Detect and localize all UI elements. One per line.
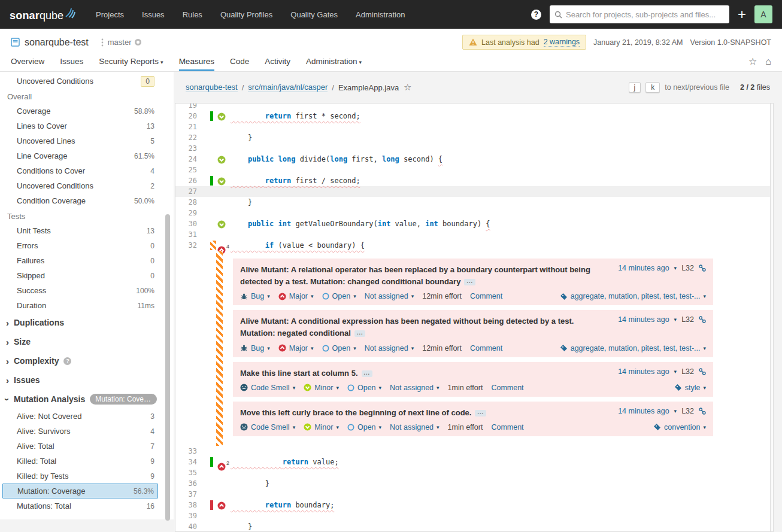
sidebar-item-condition-coverage[interactable]: Condition Coverage50.0% [0,193,174,208]
line-number[interactable]: 39 [175,510,203,521]
issue-comment-link[interactable]: Comment [491,384,523,392]
issue-type-dropdown[interactable]: Bug▾ [240,344,270,352]
mutation-killed-icon[interactable] [217,156,226,164]
issue-severity-dropdown[interactable]: Major▾ [278,292,314,300]
issue-status-dropdown[interactable]: Open▾ [322,292,356,300]
sidebar-item-killed-total[interactable]: Killed: Total9 [0,454,174,469]
navbar-item-quality-profiles[interactable]: Quality Profiles [220,10,272,19]
navbar-item-quality-gates[interactable]: Quality Gates [290,10,338,19]
issue-comment-link[interactable]: Comment [470,344,502,352]
issue-status-dropdown[interactable]: Open▾ [347,423,381,431]
issue-age-dropdown[interactable]: 14 minutes ago [618,367,669,376]
permalink-icon[interactable] [699,408,706,415]
home-icon[interactable]: ⌂ [765,57,771,66]
line-number[interactable]: 25 [175,165,203,175]
issue-comment-link[interactable]: Comment [491,423,523,431]
tab-overview[interactable]: Overview [11,57,44,71]
breadcrumb-link[interactable]: src/main/java/nl/casper [248,83,328,92]
issue-type-dropdown[interactable]: Code Smell▾ [240,384,295,392]
tab-code[interactable]: Code [230,57,249,71]
sidebar-item-uncovered-lines[interactable]: Uncovered Lines5 [0,133,174,148]
issue-type-dropdown[interactable]: Bug▾ [240,292,270,300]
issue-assignee-dropdown[interactable]: Not assigned▾ [365,344,414,352]
line-number[interactable]: 28 [175,197,203,208]
mutation-killed-icon[interactable] [217,220,226,229]
mutation-killed-icon[interactable] [217,177,226,186]
tab-administration[interactable]: Administration▾ [306,57,362,71]
sonarqube-logo[interactable]: sonarqube [10,7,78,22]
sidebar-item-mutations-total[interactable]: Mutations: Total16 [0,498,174,513]
sidebar-item-unit-tests[interactable]: Unit Tests13 [0,223,174,238]
line-number[interactable]: 31 [175,229,203,240]
line-number[interactable]: 40 [175,521,203,532]
issue-assignee-dropdown[interactable]: Not assigned▾ [365,292,414,300]
line-number[interactable]: 23 [175,143,203,154]
line-number[interactable]: 19 [175,103,203,111]
sidebar-item-failures[interactable]: Failures0 [0,253,174,268]
tab-activity[interactable]: Activity [265,57,290,71]
navbar-item-projects[interactable]: Projects [96,10,124,19]
mutation-killed-icon[interactable] [217,113,226,121]
sidebar-item-errors[interactable]: Errors0 [0,238,174,253]
sidebar-item-mutation-coverage[interactable]: Mutation: Coverage56.3% [2,484,158,498]
navbar-item-rules[interactable]: Rules [183,10,202,19]
permalink-icon[interactable] [699,316,706,323]
sidebar-item-uncovered-conditions-top[interactable]: Uncovered Conditions 0 [0,74,174,89]
issue-comment-link[interactable]: Comment [470,292,502,300]
line-number[interactable]: 38 [175,500,203,510]
favorite-file-star-icon[interactable]: ☆ [404,82,411,93]
permalink-icon[interactable] [699,265,706,272]
line-number[interactable]: 30 [175,218,203,229]
sidebar-item-alive-not-covered[interactable]: Alive: Not Covered3 [0,409,174,424]
sidebar-item-conditions-to-cover[interactable]: Conditions to Cover4 [0,163,174,178]
line-number[interactable]: 37 [175,489,203,500]
issue-age-dropdown[interactable]: 14 minutes ago [618,315,669,324]
sidebar-item-killed-by-tests[interactable]: Killed: by Tests9 [0,469,174,484]
sidebar-item-line-coverage[interactable]: Line Coverage61.5% [0,148,174,163]
search-input[interactable] [566,10,725,19]
line-number[interactable]: 21 [175,121,203,132]
favorite-star-icon[interactable]: ☆ [748,57,757,66]
sidebar-item-alive-total[interactable]: Alive: Total7 [0,439,174,454]
issue-ellipsis-button[interactable]: ... [464,279,475,285]
sidebar-item-duration[interactable]: Duration11ms [0,298,174,313]
line-number[interactable]: 29 [175,208,203,218]
sidebar-item-alive-survivors[interactable]: Alive: Survivors4 [0,424,174,439]
navbar-item-administration[interactable]: Administration [356,10,405,19]
line-number[interactable]: 26 [175,175,203,186]
mutation-alive-icon[interactable] [217,501,226,510]
help-icon[interactable]: ? [531,10,541,20]
issue-severity-dropdown[interactable]: Minor▾ [304,384,339,392]
line-number[interactable]: 24 [175,154,203,165]
issue-tags-dropdown[interactable]: style▾ [674,384,706,392]
line-number[interactable]: 32 [175,240,203,251]
issue-tags-dropdown[interactable]: convention▾ [653,423,706,431]
issue-tags-dropdown[interactable]: aggregate, mutation, pitest, test, test-… [560,292,706,300]
issue-severity-dropdown[interactable]: Major▾ [278,344,314,352]
warnings-link[interactable]: 2 warnings [544,38,580,47]
sidebar-item-uncovered-conditions[interactable]: Uncovered Conditions2 [0,178,174,193]
line-number[interactable]: 27 [175,186,203,197]
sidebar-scrollbar[interactable] [165,214,170,521]
sidebar-item-coverage[interactable]: Coverage58.8% [0,104,174,118]
permalink-icon[interactable] [699,368,706,375]
issue-type-dropdown[interactable]: Code Smell▾ [240,423,295,431]
issue-tags-dropdown[interactable]: aggregate, mutation, pitest, test, test-… [560,344,706,352]
issue-age-dropdown[interactable]: 14 minutes ago [618,407,669,415]
line-number[interactable]: 20 [175,111,203,121]
plus-icon[interactable]: + [738,7,746,22]
navbar-item-issues[interactable]: Issues [142,10,165,19]
tab-security-reports[interactable]: Security Reports▾ [99,57,163,71]
sidebar-category-mutation-analysis[interactable]: › Mutation Analysis Mutation: Cover... [0,390,174,409]
issue-status-dropdown[interactable]: Open▾ [347,384,381,392]
sidebar-category-complexity[interactable]: ›Complexity? [0,351,174,370]
sidebar-category-size[interactable]: ›Size [0,332,174,351]
issue-ellipsis-button[interactable]: ... [475,410,486,417]
breadcrumb-link[interactable]: sonarqube-test [186,83,238,92]
line-number[interactable]: 22 [175,132,203,143]
avatar[interactable]: A [754,5,772,23]
sidebar-category-duplications[interactable]: ›Duplications [0,313,174,332]
line-number[interactable]: 35 [175,467,203,478]
issue-ellipsis-button[interactable]: ... [362,370,373,377]
issue-severity-dropdown[interactable]: Minor▾ [304,423,339,431]
